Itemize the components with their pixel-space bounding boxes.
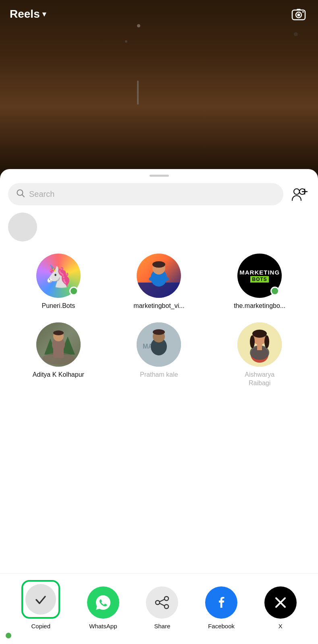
camera-button[interactable] <box>289 4 308 24</box>
avatar-image: MARK <box>137 322 181 367</box>
svg-point-30 <box>153 329 165 335</box>
svg-point-3 <box>297 14 300 17</box>
avatar-image <box>237 322 282 367</box>
copied-border <box>21 580 60 619</box>
svg-point-37 <box>250 335 255 348</box>
contact-item[interactable]: 🦄 Puneri.Bots <box>8 250 109 314</box>
story-row <box>0 213 318 242</box>
share-label-x: X <box>279 623 283 630</box>
avatar <box>36 322 81 367</box>
share-icon-circle <box>146 586 178 619</box>
search-icon <box>16 189 25 200</box>
contact-item[interactable]: MARKETING BOTS the.marketingbo... <box>209 250 310 314</box>
share-item-share[interactable]: Share <box>146 586 178 630</box>
contact-name: Puneri.Bots <box>42 302 75 310</box>
bottom-sheet: Search 🦄 Puneri.Bots <box>0 169 318 644</box>
title-text: Reels <box>10 8 40 21</box>
share-label-share: Share <box>154 623 170 630</box>
search-bar[interactable]: Search <box>8 183 283 205</box>
status-dot <box>6 633 11 638</box>
x-icon-circle <box>264 586 297 619</box>
svg-line-43 <box>160 603 164 606</box>
top-bar: Reels ▾ <box>0 0 318 28</box>
page-title: Reels ▾ <box>10 8 46 21</box>
sheet-handle <box>150 175 169 177</box>
contacts-grid: 🦄 Puneri.Bots <box>0 250 318 391</box>
svg-point-7 <box>294 189 299 194</box>
svg-point-25 <box>53 330 64 335</box>
contact-item[interactable]: marketingbot_vi... <box>109 250 210 314</box>
avatar-image <box>36 322 81 367</box>
whatsapp-icon-circle <box>87 586 119 619</box>
svg-rect-4 <box>302 11 304 12</box>
share-bar: Copied WhatsApp S <box>0 573 318 644</box>
contact-item[interactable]: Aditya K Kolhapur <box>8 318 109 392</box>
svg-line-6 <box>22 195 24 197</box>
contact-item[interactable]: Aishwarya Raibagi <box>209 318 310 392</box>
chevron-down-icon[interactable]: ▾ <box>42 10 46 19</box>
svg-line-42 <box>160 599 164 602</box>
share-item-copied[interactable]: Copied <box>21 580 60 630</box>
search-row: Search <box>0 183 318 205</box>
share-label-facebook: Facebook <box>208 623 235 630</box>
online-indicator <box>69 287 78 295</box>
avatar-image <box>137 254 181 298</box>
svg-point-40 <box>156 601 160 605</box>
contact-name: Aishwarya Raibagi <box>237 371 282 388</box>
contact-name: Pratham kale <box>140 371 178 379</box>
online-indicator <box>270 287 279 295</box>
copied-icon-circle <box>25 584 56 615</box>
svg-point-38 <box>264 335 269 348</box>
share-item-facebook[interactable]: Facebook <box>205 586 237 630</box>
share-item-x[interactable]: X <box>264 586 297 630</box>
add-people-button[interactable] <box>289 184 310 205</box>
svg-point-39 <box>164 597 168 601</box>
avatar: MARKETING BOTS <box>237 254 282 298</box>
svg-rect-34 <box>257 345 262 350</box>
share-label-copied: Copied <box>31 623 51 630</box>
marketing-label: MARKETING BOTS <box>239 269 280 283</box>
contact-name: Aditya K Kolhapur <box>33 371 84 379</box>
contact-name: the.marketingbo... <box>234 302 285 310</box>
share-label-whatsapp: WhatsApp <box>89 623 117 630</box>
svg-point-41 <box>164 605 168 609</box>
contact-name: marketingbot_vi... <box>133 302 184 310</box>
avatar <box>137 254 181 298</box>
search-placeholder: Search <box>29 190 54 199</box>
story-circle <box>8 213 37 242</box>
facebook-icon-circle <box>205 586 237 619</box>
avatar <box>237 322 282 367</box>
svg-point-17 <box>152 261 165 268</box>
svg-rect-24 <box>53 346 64 358</box>
avatar: MARK <box>137 322 181 367</box>
svg-point-36 <box>252 330 267 338</box>
green-box: BOTS <box>250 276 268 283</box>
svg-rect-2 <box>297 9 301 10</box>
share-item-whatsapp[interactable]: WhatsApp <box>87 586 119 630</box>
avatar: 🦄 <box>36 254 81 298</box>
contact-item[interactable]: MARK Pratham kale <box>109 318 210 392</box>
